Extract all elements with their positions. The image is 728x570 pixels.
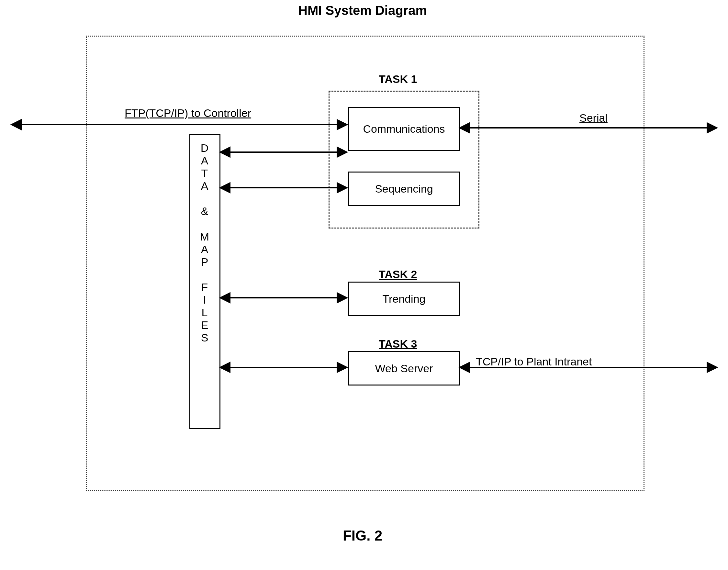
data-map-files-box: D A T A & M A P F I L E S: [189, 134, 220, 429]
webserver-box: Web Server: [348, 351, 460, 385]
diagram-title: HMI System Diagram: [265, 3, 460, 18]
task2-label: TASK 2: [379, 268, 417, 281]
task1-label: TASK 1: [379, 73, 417, 85]
tcpip-label: TCP/IP to Plant Intranet: [476, 355, 592, 368]
task3-label: TASK 3: [379, 338, 417, 350]
communications-box: Communications: [348, 107, 460, 151]
ftp-label: FTP(TCP/IP) to Controller: [125, 107, 251, 119]
sequencing-box: Sequencing: [348, 172, 460, 206]
diagram-canvas: HMI System Diagram TASK 1 D A T A & M A …: [0, 0, 728, 570]
trending-box: Trending: [348, 282, 460, 316]
serial-label: Serial: [579, 112, 608, 124]
figure-label: FIG. 2: [314, 528, 411, 544]
